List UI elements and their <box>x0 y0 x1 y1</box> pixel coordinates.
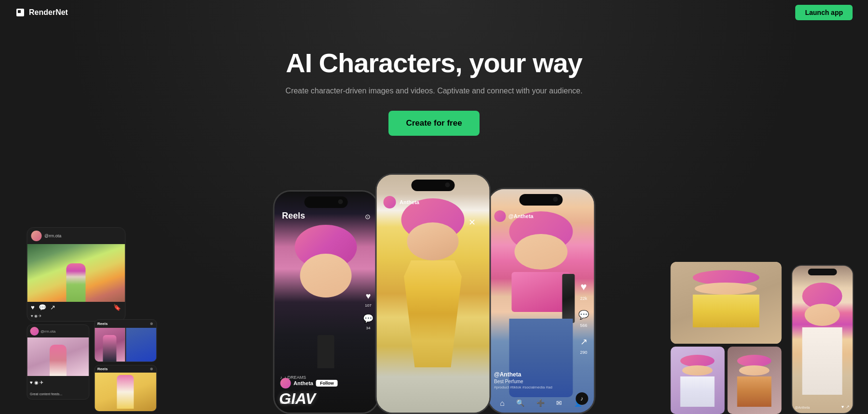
tiktok-logo-circle: ♪ <box>575 392 588 405</box>
follow-button[interactable]: Follow <box>316 380 338 387</box>
reel2-title: Reels <box>97 367 107 371</box>
small-reels-content <box>94 328 156 362</box>
tiktok-inbox-icon: ✉ <box>556 399 562 408</box>
right-face-2 <box>682 365 713 375</box>
logo: RenderNet <box>15 8 68 17</box>
ig-like-text: ♥ ◉ ✈ <box>31 314 42 318</box>
reel-cell-2 <box>126 328 156 362</box>
tiktok-top-bar: @Antheta <box>494 210 588 222</box>
right-body-2 <box>680 376 715 407</box>
tiktok-bottom-username: @Antheta <box>494 371 570 378</box>
right-body-1 <box>693 295 759 327</box>
ig-post-image <box>27 244 125 302</box>
right-phone-stack <box>670 262 781 414</box>
antheta-name: Antheta <box>294 380 313 386</box>
tiktok-like-count: 22k <box>580 296 588 301</box>
share-icon: ↗ <box>50 304 55 311</box>
tiktok-share-count: 290 <box>580 350 587 355</box>
small-reels-header: Reels ⊕ <box>94 320 156 328</box>
center-username: Antheta <box>400 199 482 205</box>
tiktok-username-label: @Antheta <box>508 213 534 219</box>
reel2-person-wrap <box>94 373 156 411</box>
heart-icon: ♥ <box>31 304 35 311</box>
reel-person-1 <box>103 335 117 362</box>
center-dress <box>397 260 469 367</box>
ig-small-actions: ♥ ◉ ✈ <box>27 376 89 388</box>
tiktok-avatar <box>494 210 506 222</box>
ig-username: @rrn.ota <box>44 233 61 238</box>
tiktok-right-actions: ♥ 22k 💬 566 ↗ 290 <box>578 281 589 355</box>
person-silhouette <box>67 263 86 302</box>
ig-small-image <box>27 337 89 376</box>
far-right-phone-screen: @Antheta ♥ ↗ <box>791 265 854 414</box>
tiktok-bottom-bar: ⌂ 🔍 ➕ ✉ 👤 <box>494 399 588 408</box>
tiktok-share-icon: ↗ <box>580 336 588 347</box>
phone-tiktok: @Antheta ♥ 22k 💬 566 ↗ 290 @Anth <box>487 188 595 414</box>
save-icon: 🔖 <box>113 304 121 311</box>
create-free-button[interactable]: Create for free <box>388 111 479 136</box>
tiktok-profile-row: @Antheta <box>494 210 588 222</box>
far-right-actions: ♥ ↗ <box>841 404 850 409</box>
antheta-row: Antheta Follow <box>280 378 337 388</box>
tiktok-hashtags: #product #tiktok #socialmedia #ad <box>494 385 570 389</box>
reel-cell-1 <box>94 328 125 362</box>
right-top-card <box>670 262 781 344</box>
right-face-1 <box>695 283 757 295</box>
reel2-image <box>94 373 156 411</box>
tiktok-comment-count: 566 <box>580 323 587 328</box>
reels-label: Reels <box>282 211 305 221</box>
phone-center: Antheta ✕ <box>375 173 491 414</box>
right-card-dark <box>727 347 781 414</box>
far-right-share: ↗ <box>846 404 850 409</box>
ig-image-area <box>27 244 125 302</box>
tiktok-logo: ♪ <box>575 392 588 405</box>
ig-small-caption-text: Great content feeds... <box>30 392 62 396</box>
ig-small-username: @rrn.ota <box>40 329 55 334</box>
logo-icon <box>15 8 25 17</box>
tiktok-heart-icon: ♥ <box>580 281 587 293</box>
small-reels-title: Reels <box>97 322 107 326</box>
showcase-section: @rrn.ota ♥ 💬 ↗ 🔖 ♥ ◉ ✈ <box>0 164 868 414</box>
reel2-icon: ⊕ <box>150 367 153 371</box>
ig-actions: ♥ 💬 ↗ 🔖 <box>27 302 125 313</box>
heart-count-1: 107 <box>365 303 371 308</box>
far-right-username: @Antheta <box>795 406 810 409</box>
launch-app-button[interactable]: Launch app <box>795 5 853 20</box>
giav-label: GIAV <box>279 390 316 408</box>
far-right-body <box>802 327 842 395</box>
reels-actions: ♥ 107 💬 34 <box>363 291 374 330</box>
hero-title: AI Characters, your way <box>0 48 868 78</box>
right-body-3 <box>737 376 772 407</box>
left-reels-section: Reels ⊕ Reels ⊕ <box>94 319 157 412</box>
reel2-person <box>117 375 134 409</box>
navbar: RenderNet Launch app <box>0 0 868 25</box>
far-right-face <box>805 304 840 326</box>
ig-avatar <box>31 231 41 241</box>
hero-section: AI Characters, your way Create character… <box>0 25 868 136</box>
comment-action: 💬 <box>363 313 374 324</box>
mic-shape <box>318 335 334 368</box>
svg-rect-1 <box>18 10 21 13</box>
ig-small-header: @rrn.ota <box>27 325 89 337</box>
tiktok-home-icon: ⌂ <box>500 399 505 408</box>
small-reels-card: Reels ⊕ <box>94 319 157 362</box>
center-avatar <box>383 196 396 208</box>
tiktok-product-label: Best Perfume <box>494 379 570 384</box>
ig-card-small: @rrn.ota ♥ ◉ ✈ Great content feeds... <box>27 324 89 400</box>
ig-small-heart: ♥ ◉ ✈ <box>30 380 44 385</box>
right-card-purple <box>670 347 724 414</box>
tiktok-search-icon: 🔍 <box>516 399 524 408</box>
face-shape <box>300 254 352 298</box>
tiktok-face <box>515 234 568 270</box>
ig-small-person <box>50 345 67 376</box>
far-right-heart: ♥ <box>841 404 844 409</box>
right-bottom-cards <box>670 347 781 414</box>
small-reels-icon: ⊕ <box>150 322 153 326</box>
reel-img-1 <box>94 328 125 362</box>
center-bg <box>376 175 489 413</box>
right-top-left <box>670 262 781 344</box>
center-face <box>407 222 459 260</box>
ig-small-caption: Great content feeds... <box>27 388 89 399</box>
comment-count-1: 34 <box>366 326 371 330</box>
phone-reels: Reels ⊙ ♥ 107 💬 34 ♪ ♪ DREAMS Antheta <box>273 190 379 414</box>
